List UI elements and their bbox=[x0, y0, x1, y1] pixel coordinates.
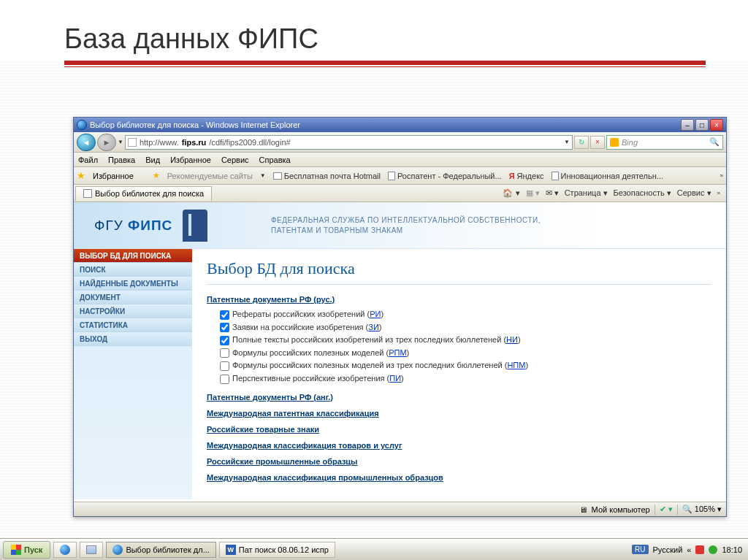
link-zi[interactable]: ЗИ bbox=[368, 323, 379, 331]
sidebar-item-document[interactable]: ДОКУМЕНТ bbox=[74, 291, 192, 304]
toolbar-page[interactable]: Страница ▾ bbox=[565, 188, 608, 198]
back-button[interactable]: ◄ bbox=[77, 134, 96, 151]
addr-dropdown-icon[interactable]: ▼ bbox=[564, 139, 570, 145]
accent-line bbox=[64, 66, 706, 67]
cb-ni[interactable] bbox=[220, 336, 229, 345]
page-icon bbox=[552, 172, 559, 180]
tray-clock[interactable]: 18:10 bbox=[722, 545, 742, 554]
search-placeholder: Bing bbox=[622, 138, 638, 147]
menu-edit[interactable]: Правка bbox=[108, 156, 135, 164]
section-ipc[interactable]: Международная патентная классификация bbox=[207, 409, 711, 418]
link-pi[interactable]: ПИ bbox=[389, 374, 401, 383]
search-box[interactable]: Bing 🔍 bbox=[606, 135, 723, 150]
toolbar-overflow[interactable]: » bbox=[717, 190, 720, 196]
section-designs[interactable]: Российские промышленные образцы bbox=[207, 457, 711, 466]
menu-view[interactable]: Вид bbox=[145, 156, 160, 164]
section-patent-ru[interactable]: Патентные документы РФ (рус.) bbox=[207, 295, 711, 304]
section-niceclass[interactable]: Международная классификация товаров и ус… bbox=[207, 441, 711, 450]
logo-text-1: ФГУ bbox=[94, 218, 128, 233]
start-button[interactable]: Пуск bbox=[3, 541, 50, 559]
ie-icon bbox=[60, 545, 70, 555]
nav-history-dropdown[interactable]: ▼ bbox=[118, 139, 123, 145]
section-patent-en[interactable]: Патентные документы РФ (анг.) bbox=[207, 393, 711, 402]
maximize-button[interactable]: □ bbox=[695, 119, 709, 131]
zoom-level[interactable]: 🔍 105% ▾ bbox=[682, 505, 722, 514]
url-path: /cdfi/fips2009.dll/login# bbox=[209, 138, 290, 147]
quicklaunch-desktop[interactable] bbox=[80, 542, 103, 558]
favbar-item-rospatent[interactable]: Роспатент - Федеральный... bbox=[388, 172, 502, 180]
sidebar-item-search[interactable]: ПОИСК bbox=[74, 263, 192, 277]
tab-active[interactable]: Выбор библиотек для поиска bbox=[75, 186, 212, 201]
forward-button[interactable]: ► bbox=[97, 134, 116, 151]
section-locarno[interactable]: Международная классификация промышленных… bbox=[207, 473, 711, 482]
ie-status-bar: 🖥 Мой компьютер ✔ ▾ 🔍 105% ▾ bbox=[74, 502, 726, 516]
cb-npm[interactable] bbox=[220, 361, 229, 371]
menu-file[interactable]: Файл bbox=[78, 156, 98, 164]
quicklaunch-ie[interactable] bbox=[53, 542, 77, 558]
window-title-bar: Выбор библиотек для поиска - Windows Int… bbox=[74, 118, 726, 132]
system-tray: RU Русский « 18:10 bbox=[632, 545, 745, 554]
link-rpm[interactable]: РПМ bbox=[389, 348, 406, 357]
favorites-label[interactable]: Избранное bbox=[93, 172, 134, 180]
address-bar[interactable]: http://www.fips.ru/cdfi/fips2009.dll/log… bbox=[125, 135, 573, 150]
cb-ni-label: Полные тексты российских изобретений из … bbox=[232, 335, 506, 344]
cb-rpm[interactable] bbox=[220, 348, 229, 358]
cb-npm-label: Формулы российских полезных моделей из т… bbox=[232, 361, 507, 369]
toolbar-safety[interactable]: Безопасность ▾ bbox=[614, 188, 671, 198]
link-ri[interactable]: РИ bbox=[370, 310, 381, 318]
toolbar-service[interactable]: Сервис ▾ bbox=[677, 188, 711, 198]
menu-tools[interactable]: Сервис bbox=[221, 156, 249, 164]
stop-button[interactable]: × bbox=[590, 136, 605, 149]
favbar-item-innov[interactable]: Инновационная деятельн... bbox=[552, 172, 663, 180]
desktop-icon bbox=[86, 545, 96, 554]
page-heading: Выбор БД для поиска bbox=[207, 259, 711, 285]
site-banner: ФГУ ФИПС ФЕДЕРАЛЬНАЯ СЛУЖБА ПО ИНТЕЛЛЕКТ… bbox=[74, 202, 726, 249]
window-title: Выбор библиотек для поиска - Windows Int… bbox=[90, 120, 681, 129]
section-trademarks[interactable]: Российские товарные знаки bbox=[207, 425, 711, 434]
close-button[interactable]: × bbox=[710, 119, 723, 131]
yandex-icon: Я bbox=[509, 172, 515, 180]
fips-logo-icon bbox=[183, 210, 207, 242]
browser-window: Выбор библиотек для поиска - Windows Int… bbox=[73, 117, 727, 517]
windows-taskbar: Пуск Выбор библиотек дл... WПат поиск 08… bbox=[0, 538, 748, 560]
toolbar-mail-icon[interactable]: ✉ ▾ bbox=[546, 188, 559, 198]
menu-favorites[interactable]: Избранное bbox=[170, 156, 211, 164]
cb-zi[interactable] bbox=[220, 323, 229, 332]
favbar-overflow[interactable]: » bbox=[720, 172, 723, 179]
logo-text-2: ФИПС bbox=[128, 218, 172, 233]
menu-help[interactable]: Справка bbox=[259, 156, 291, 164]
tray-icon-1[interactable] bbox=[695, 545, 704, 554]
search-go-icon[interactable]: 🔍 bbox=[709, 137, 720, 147]
tray-icon-2[interactable] bbox=[709, 545, 717, 554]
refresh-button[interactable]: ↻ bbox=[574, 136, 589, 149]
toolbar-feeds-icon[interactable]: ▦ ▾ bbox=[526, 188, 540, 198]
sidebar-item-stats[interactable]: СТАТИСТИКА bbox=[74, 318, 192, 332]
favbar-item-yandex[interactable]: ЯЯндекс bbox=[509, 172, 544, 180]
sidebar-item-settings[interactable]: НАСТРОЙКИ bbox=[74, 304, 192, 318]
menu-bar: Файл Правка Вид Избранное Сервис Справка bbox=[74, 153, 726, 167]
cb-ri[interactable] bbox=[220, 310, 229, 320]
tray-chevron-icon[interactable]: « bbox=[687, 545, 691, 554]
page-icon bbox=[128, 138, 137, 147]
favorites-bar: ★ Избранное ★ Рекомендуемые сайты▼ Беспл… bbox=[74, 167, 726, 185]
minimize-button[interactable]: – bbox=[681, 119, 694, 131]
favbar-item-sites[interactable]: Рекомендуемые сайты bbox=[167, 172, 253, 180]
favorites-star-icon[interactable]: ★ bbox=[77, 170, 85, 181]
protected-mode-icon: ✔ ▾ bbox=[660, 505, 673, 514]
lang-indicator-code[interactable]: RU bbox=[632, 545, 648, 554]
ie-icon bbox=[112, 545, 123, 555]
cb-zi-label: Заявки на российские изобретения ( bbox=[232, 323, 368, 331]
nav-toolbar: ◄ ► ▼ http://www.fips.ru/cdfi/fips2009.d… bbox=[74, 132, 726, 153]
sidebar-item-found[interactable]: НАЙДЕННЫЕ ДОКУМЕНТЫ bbox=[74, 277, 192, 291]
sidebar-item-exit[interactable]: ВЫХОД bbox=[74, 332, 192, 346]
link-npm[interactable]: НПМ bbox=[507, 361, 525, 369]
favbar-item-hotmail[interactable]: Бесплатная почта Hotmail bbox=[273, 172, 381, 180]
taskbar-item-ie[interactable]: Выбор библиотек дл... bbox=[106, 542, 215, 558]
link-ni[interactable]: НИ bbox=[506, 335, 518, 344]
accent-bar bbox=[64, 61, 706, 65]
cb-pi[interactable] bbox=[220, 375, 229, 384]
sidebar-item-select-db[interactable]: ВЫБОР БД ДЛЯ ПОИСКА bbox=[74, 249, 192, 263]
lang-indicator-name[interactable]: Русский bbox=[653, 545, 683, 554]
taskbar-item-word[interactable]: WПат поиск 08.06.12 испр bbox=[219, 542, 335, 558]
toolbar-home-icon[interactable]: 🏠 ▾ bbox=[503, 188, 519, 198]
